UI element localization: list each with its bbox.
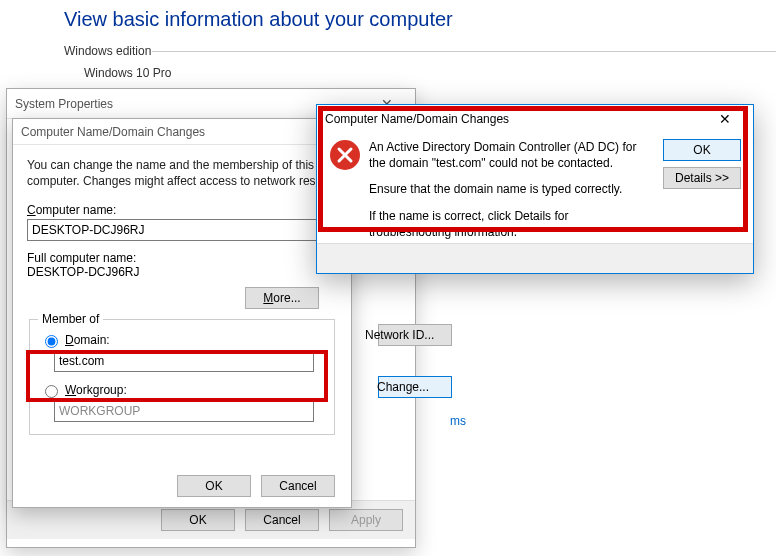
domain-radio-label[interactable]: Domain:	[65, 333, 110, 347]
error-title: Computer Name/Domain Changes	[325, 112, 509, 126]
error-line3: If the name is correct, click Details fo…	[369, 208, 653, 240]
cancel-button[interactable]: Cancel	[245, 509, 319, 531]
full-computer-name-value: DESKTOP-DCJ96RJ	[27, 265, 337, 279]
workgroup-radio-label[interactable]: Workgroup:	[65, 383, 127, 397]
change-label: Change...	[377, 380, 441, 394]
more-label: ore...	[273, 291, 300, 305]
error-line1: An Active Directory Domain Controller (A…	[369, 139, 653, 171]
network-id-label: Network ID...	[365, 328, 441, 342]
apply-button[interactable]: Apply	[329, 509, 403, 531]
workgroup-radio[interactable]	[45, 385, 58, 398]
error-footer	[317, 243, 753, 273]
full-computer-name-label: Full computer name:	[27, 251, 337, 265]
network-id-button[interactable]: Network ID...	[378, 324, 452, 346]
error-dialog: Computer Name/Domain Changes ✕ An Active…	[316, 104, 754, 274]
computer-name-input[interactable]	[27, 219, 317, 241]
divider	[152, 51, 776, 52]
member-of-group: Member of Domain: Domain: Workgroup: Wor…	[29, 319, 335, 435]
workgroup-input	[54, 400, 314, 422]
ok-button[interactable]: OK	[177, 475, 251, 497]
domain-changes-description: You can change the name and the membersh…	[27, 157, 337, 189]
member-of-legend: Member of	[38, 312, 103, 326]
domain-changes-titlebar[interactable]: Computer Name/Domain Changes	[13, 119, 351, 145]
page-heading: View basic information about your comput…	[64, 8, 453, 31]
computer-name-label: CComputer name:omputer name:	[27, 203, 337, 217]
domain-changes-title: Computer Name/Domain Changes	[21, 125, 205, 139]
cancel-button[interactable]: Cancel	[261, 475, 335, 497]
error-titlebar[interactable]: Computer Name/Domain Changes ✕	[317, 105, 753, 133]
change-button[interactable]: Change...	[378, 376, 452, 398]
windows-edition-label: Windows edition	[64, 44, 151, 58]
domain-radio[interactable]	[45, 335, 58, 348]
details-button[interactable]: Details >>	[663, 167, 741, 189]
domain-changes-dialog: Computer Name/Domain Changes You can cha…	[12, 118, 352, 508]
windows-edition-value: Windows 10 Pro	[84, 66, 171, 80]
close-icon[interactable]: ✕	[705, 111, 745, 127]
domain-input[interactable]	[54, 350, 314, 372]
more-button[interactable]: More...	[245, 287, 319, 309]
error-line2: Ensure that the domain name is typed cor…	[369, 181, 653, 197]
ok-button[interactable]: OK	[663, 139, 741, 161]
error-icon	[329, 139, 361, 171]
link-fragment[interactable]: ms	[450, 414, 466, 428]
ok-button[interactable]: OK	[161, 509, 235, 531]
system-properties-title: System Properties	[15, 97, 113, 111]
